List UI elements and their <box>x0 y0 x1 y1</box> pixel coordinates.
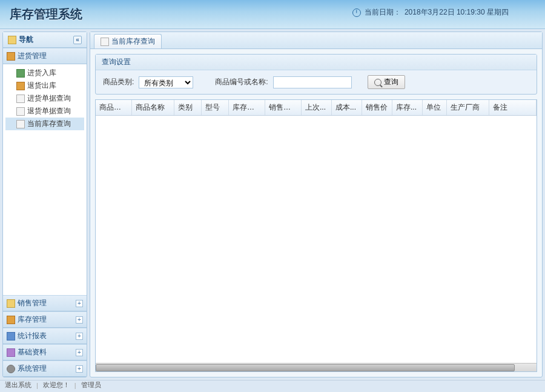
col-category[interactable]: 类别 <box>174 100 202 115</box>
code-name-label: 商品编号或名称: <box>215 77 268 87</box>
col-remark[interactable]: 备注 <box>489 100 537 115</box>
nav-section-sales[interactable]: 销售管理 + <box>3 295 87 311</box>
sidebar: 导航 « 进货管理 进货入库 退货出库 进货单据查询 退货单据查询 <box>2 32 87 377</box>
warehouse-icon <box>7 316 15 324</box>
expand-icon: + <box>76 316 83 324</box>
grid-header: 商品编号 商品名称 类别 型号 库存数量 销售总数 上次... 成本... 销售… <box>96 100 537 116</box>
tree-item-purchase-query[interactable]: 进货单据查询 <box>5 92 84 105</box>
nav-section-system[interactable]: 系统管理 + <box>3 360 87 377</box>
sidebar-header: 导航 « <box>3 32 87 48</box>
expand-icon: + <box>76 333 83 340</box>
col-last[interactable]: 上次... <box>302 100 332 115</box>
data-grid: 商品编号 商品名称 类别 型号 库存数量 销售总数 上次... 成本... 销售… <box>95 99 537 372</box>
col-model[interactable]: 型号 <box>202 100 229 115</box>
chart-icon <box>7 332 15 341</box>
scrollbar-thumb[interactable] <box>96 364 515 371</box>
code-name-input[interactable] <box>273 76 352 88</box>
date-value: 2018年3月22日 10:19:30 星期四 <box>405 7 509 18</box>
col-stock[interactable]: 库存... <box>392 100 423 115</box>
nav-section-basic[interactable]: 基础资料 + <box>3 344 87 360</box>
nav-section-report[interactable]: 统计报表 + <box>3 328 87 344</box>
expand-icon: + <box>76 349 83 356</box>
nav-section-label: 进货管理 <box>18 51 47 61</box>
doc-icon <box>16 107 25 116</box>
doc-icon <box>16 95 25 103</box>
col-product-name[interactable]: 商品名称 <box>132 100 174 115</box>
query-row: 商品类别: 所有类别 商品编号或名称: 查询 <box>96 70 537 94</box>
nav-icon <box>8 36 16 44</box>
doc-icon <box>16 120 25 128</box>
content-panel: 当前库存查询 查询设置 商品类别: 所有类别 商品编号或名称: 查询 <box>90 32 543 377</box>
nav-tree: 进货入库 退货出库 进货单据查询 退货单据查询 当前库存查询 <box>3 64 87 295</box>
tree-item-stock-query[interactable]: 当前库存查询 <box>5 118 84 130</box>
col-unit[interactable]: 单位 <box>423 100 447 115</box>
search-button[interactable]: 查询 <box>368 75 405 89</box>
user-role: 管理员 <box>81 380 101 390</box>
category-label: 商品类别: <box>103 77 134 87</box>
tab-stock-query[interactable]: 当前库存查询 <box>94 34 162 48</box>
search-icon <box>374 79 382 86</box>
query-panel-title: 查询设置 <box>96 55 537 70</box>
arrow-in-icon <box>16 69 25 78</box>
cart-icon <box>7 299 15 308</box>
gear-icon <box>7 365 15 373</box>
query-panel: 查询设置 商品类别: 所有类别 商品编号或名称: 查询 <box>95 54 537 95</box>
col-sale-price[interactable]: 销售价 <box>362 100 392 115</box>
horizontal-scrollbar[interactable] <box>96 363 537 371</box>
tree-item-return-out[interactable]: 退货出库 <box>5 79 84 92</box>
exit-link[interactable]: 退出系统 <box>5 380 31 390</box>
header-date: 当前日期： 2018年3月22日 10:19:30 星期四 <box>352 7 509 18</box>
welcome-text: 欢迎您！ <box>43 380 70 390</box>
grid-body[interactable] <box>96 116 537 363</box>
nav-section-purchase[interactable]: 进货管理 <box>3 48 87 64</box>
app-title: 库存管理系统 <box>10 6 82 22</box>
database-icon <box>7 348 15 357</box>
nav-section-stock[interactable]: 库存管理 + <box>3 311 87 328</box>
col-sales-total[interactable]: 销售总数 <box>265 100 302 115</box>
expand-icon: + <box>76 365 83 373</box>
doc-icon <box>101 38 109 46</box>
sidebar-title: 导航 <box>19 35 33 45</box>
col-manufacturer[interactable]: 生产厂商 <box>447 100 489 115</box>
col-product-code[interactable]: 商品编号 <box>96 100 132 115</box>
expand-icon: + <box>76 300 83 307</box>
col-cost[interactable]: 成本... <box>332 100 362 115</box>
clock-icon <box>352 8 361 17</box>
date-label: 当前日期： <box>365 7 401 18</box>
tree-item-purchase-in[interactable]: 进货入库 <box>5 67 84 79</box>
col-stock-qty[interactable]: 库存数量 <box>229 100 265 115</box>
tree-item-return-query[interactable]: 退货单据查询 <box>5 105 84 118</box>
collapse-sidebar-button[interactable]: « <box>73 36 82 44</box>
category-select[interactable]: 所有类别 <box>139 76 193 88</box>
status-bar: 退出系统 | 欢迎您！ | 管理员 <box>0 380 545 390</box>
tab-bar: 当前库存查询 <box>90 32 542 49</box>
app-header: 库存管理系统 当前日期： 2018年3月22日 10:19:30 星期四 <box>0 0 545 29</box>
package-icon <box>7 52 15 61</box>
box-icon <box>16 82 25 90</box>
